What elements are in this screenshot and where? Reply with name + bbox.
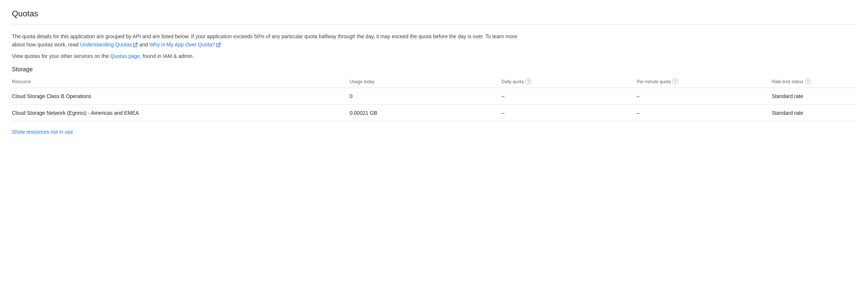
understanding-quotas-link[interactable]: Understanding Quotas: [80, 42, 132, 48]
daily-quota-help-icon: ?: [525, 78, 531, 84]
row1-ratelimit: Standard rate: [772, 88, 856, 105]
external-link-icon-2: [216, 42, 221, 48]
row1-perminute: –: [637, 88, 772, 105]
quotas-page-link[interactable]: Quotas page: [110, 53, 140, 59]
row2-usage: 0.00021 GB: [349, 105, 502, 121]
svg-line-0: [135, 43, 137, 45]
row2-resource: Cloud Storage Network (Egress) - America…: [12, 105, 349, 121]
description-line2-suffix: , found in IAM & admin.: [140, 53, 194, 59]
svg-line-1: [218, 43, 220, 45]
col-header-ratelimit: Rate limit status ?: [772, 76, 856, 88]
description-line2: View quotas for your other services on t…: [12, 52, 531, 60]
storage-section: Storage Resource Usage today Daily quota…: [12, 66, 856, 135]
show-resources-link[interactable]: Show resources not in use: [12, 129, 73, 135]
row2-perminute: –: [637, 105, 772, 121]
row2-ratelimit: Standard rate: [772, 105, 856, 121]
page-title: Quotas: [12, 9, 856, 19]
description-separator: and: [138, 42, 149, 48]
col-header-usage: Usage today: [349, 76, 502, 88]
table-row: Cloud Storage Class B Operations 0 – – S…: [12, 88, 856, 105]
table-row: Cloud Storage Network (Egress) - America…: [12, 105, 856, 121]
description-line1: The quota details for this application a…: [12, 32, 531, 49]
col-header-resource: Resource: [12, 76, 349, 88]
row1-daily: –: [502, 88, 637, 105]
page-container: Quotas The quota details for this applic…: [0, 0, 868, 144]
storage-section-title: Storage: [12, 66, 856, 73]
ratelimit-help-icon: ?: [805, 78, 811, 84]
description-block: The quota details for this application a…: [12, 32, 531, 60]
why-over-quota-link[interactable]: Why is My App Over Quota?: [149, 42, 215, 48]
col-header-daily: Daily quota ?: [502, 76, 637, 88]
section-divider: [12, 25, 856, 25]
row2-daily: –: [502, 105, 637, 121]
row1-usage: 0: [349, 88, 502, 105]
description-line2-prefix: View quotas for your other services on t…: [12, 53, 110, 59]
table-header-row: Resource Usage today Daily quota ? Per-m…: [12, 76, 856, 88]
quota-table: Resource Usage today Daily quota ? Per-m…: [12, 76, 856, 121]
row1-resource: Cloud Storage Class B Operations: [12, 88, 349, 105]
perminute-quota-help-icon: ?: [672, 78, 678, 84]
col-header-perminute: Per-minute quota ?: [637, 76, 772, 88]
external-link-icon-1: [133, 42, 138, 48]
